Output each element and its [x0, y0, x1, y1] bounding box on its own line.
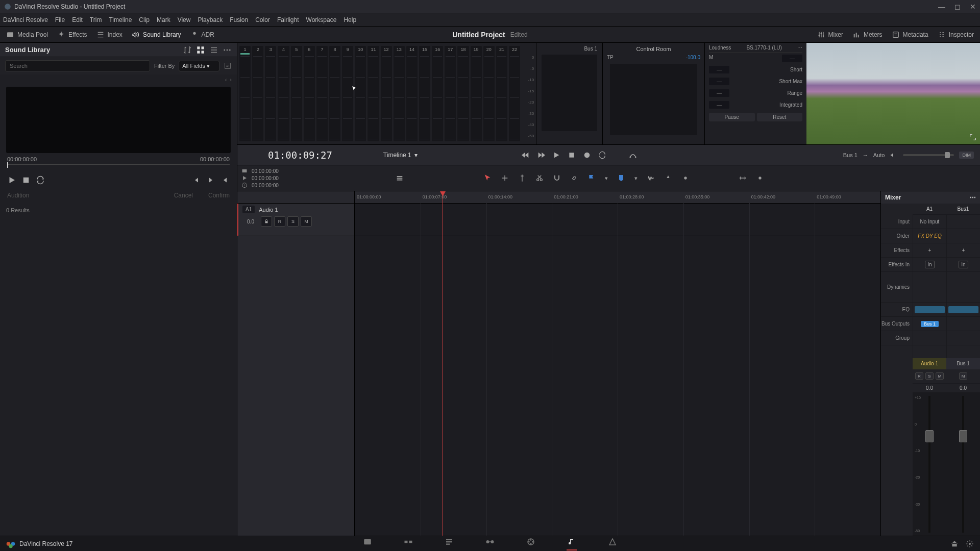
filter-options-icon[interactable] — [224, 62, 232, 70]
reset-button[interactable]: Reset — [757, 113, 803, 121]
mute-button[interactable]: M — [301, 216, 312, 227]
next-icon[interactable]: › — [230, 77, 232, 83]
add-effect-button[interactable]: + — [913, 243, 946, 258]
timeline-options-icon[interactable] — [396, 174, 404, 182]
menu-item[interactable]: File — [55, 16, 65, 23]
play-icon[interactable] — [7, 176, 16, 185]
menu-item[interactable]: Timeline — [109, 16, 132, 23]
meters-button[interactable]: Meters — [852, 31, 883, 39]
track-name[interactable]: Audio 1 — [259, 207, 278, 213]
fader-handle[interactable] — [925, 430, 934, 442]
zoom-slider-icon[interactable] — [756, 174, 764, 182]
auto-label[interactable]: Auto — [873, 152, 885, 158]
fader[interactable] — [946, 393, 980, 536]
maximize-icon[interactable]: ◻ — [954, 3, 961, 11]
color-page-icon[interactable] — [526, 537, 536, 546]
fader-gain[interactable]: 0.0 — [913, 384, 946, 393]
sort-icon[interactable] — [183, 45, 192, 55]
playhead[interactable] — [443, 191, 443, 536]
fairlight-page-icon[interactable] — [567, 537, 577, 546]
stop-icon[interactable] — [568, 151, 576, 159]
menu-item[interactable]: Help — [344, 16, 356, 23]
grid-view-icon[interactable] — [196, 45, 205, 55]
mute-button[interactable]: M — [936, 372, 944, 380]
adr-button[interactable]: ADR — [190, 31, 214, 39]
index-button[interactable]: Index — [96, 31, 122, 39]
menu-item[interactable]: Clip — [139, 16, 150, 23]
flag-icon[interactable] — [587, 174, 596, 182]
prev-icon[interactable]: ‹ — [225, 77, 227, 83]
fader-handle[interactable] — [959, 430, 967, 442]
group-select[interactable] — [913, 331, 946, 345]
menu-item[interactable]: Edit — [72, 16, 83, 23]
track-header[interactable]: A1 Audio 1 0.0 R S M — [237, 204, 354, 236]
audition-button[interactable]: Audition — [7, 192, 29, 199]
dynamics-display[interactable] — [947, 272, 980, 303]
input-select[interactable] — [947, 215, 980, 229]
media-pool-button[interactable]: Media Pool — [6, 31, 48, 39]
deliver-page-icon[interactable] — [607, 537, 618, 546]
timeline-selector[interactable]: Timeline 1 ▾ — [383, 152, 418, 159]
arm-button[interactable]: R — [274, 216, 285, 227]
menu-item[interactable]: DaVinci Resolve — [3, 16, 48, 23]
fusion-page-icon[interactable] — [485, 537, 495, 546]
inspector-button[interactable]: Inspector — [938, 31, 974, 39]
bus-output-chip[interactable] — [947, 317, 980, 331]
track-gain[interactable]: 0.0 — [242, 219, 259, 224]
mute-button[interactable]: M — [959, 372, 967, 380]
add-effect-button[interactable]: + — [947, 243, 980, 258]
list-view-icon[interactable] — [209, 45, 218, 55]
video-viewer[interactable] — [806, 43, 980, 144]
pause-button[interactable]: Pause — [709, 113, 755, 121]
search-input[interactable] — [5, 60, 150, 71]
next-frame-icon[interactable] — [220, 176, 230, 185]
chevron-down-icon[interactable]: ▾ — [634, 175, 638, 182]
solo-button[interactable]: S — [925, 372, 934, 380]
menu-item[interactable]: Fairlight — [277, 16, 299, 23]
sound-library-button[interactable]: Sound Library — [132, 31, 181, 39]
bus-output-label[interactable]: Bus 1 — [843, 152, 857, 158]
fader[interactable]: +100-10-20-30-50 — [913, 393, 946, 536]
options-icon[interactable] — [223, 45, 232, 55]
media-page-icon[interactable] — [362, 537, 373, 546]
chevron-down-icon[interactable]: ▾ — [605, 175, 608, 182]
main-timecode[interactable]: 01:00:09:27 — [268, 149, 332, 161]
prev-frame-icon[interactable] — [206, 176, 215, 185]
dynamics-display[interactable] — [913, 272, 946, 303]
settings-icon[interactable] — [966, 540, 974, 548]
waveform-icon[interactable] — [647, 174, 655, 182]
minimize-icon[interactable]: — — [938, 3, 945, 11]
snap-icon[interactable] — [553, 174, 561, 182]
fader-gain[interactable]: 0.0 — [946, 384, 980, 393]
effects-in-button[interactable]: In — [947, 258, 980, 272]
marker-icon[interactable] — [617, 174, 625, 182]
lock-button[interactable] — [261, 216, 272, 227]
arm-button[interactable]: R — [915, 372, 923, 380]
mixer-button[interactable]: Mixer — [817, 31, 843, 39]
rewind-icon[interactable] — [522, 151, 530, 159]
fast-forward-icon[interactable] — [537, 151, 545, 159]
effects-button[interactable]: Effects — [57, 31, 87, 39]
group-select[interactable] — [947, 331, 980, 345]
input-select[interactable]: No Input — [913, 215, 946, 229]
automation-icon[interactable] — [629, 151, 637, 159]
play-icon[interactable] — [552, 151, 560, 159]
pointer-tool-icon[interactable] — [483, 174, 492, 182]
marker-tool-icon[interactable] — [518, 174, 526, 182]
zoom-horizontal-icon[interactable] — [739, 174, 747, 182]
preview-scrubber[interactable] — [7, 164, 230, 171]
link-icon[interactable] — [570, 174, 578, 182]
eq-display[interactable] — [947, 303, 980, 317]
options-icon[interactable]: ⋯ — [970, 194, 976, 201]
metadata-button[interactable]: Metadata — [892, 31, 928, 39]
loop-icon[interactable] — [598, 151, 606, 159]
order-display[interactable] — [947, 229, 980, 243]
razor-tool-icon[interactable] — [535, 174, 544, 182]
menu-item[interactable]: Mark — [157, 16, 170, 23]
solo-button[interactable]: S — [287, 216, 299, 227]
expand-icon[interactable] — [969, 133, 977, 141]
filter-dropdown[interactable]: All Fields ▾ — [179, 61, 219, 71]
dim-button[interactable]: DIM — [959, 152, 974, 159]
record-icon[interactable] — [583, 151, 591, 159]
menu-item[interactable]: Trim — [90, 16, 102, 23]
